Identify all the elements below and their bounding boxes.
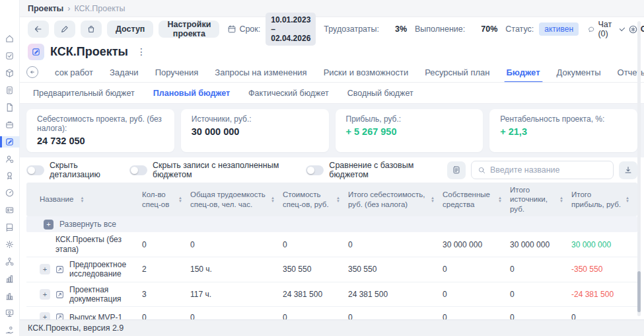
task-link-icon[interactable] — [55, 265, 65, 274]
arrow-left-icon — [28, 68, 36, 76]
sidebar-item-bar-chart[interactable] — [0, 273, 20, 284]
sidebar-item-briefcase[interactable] — [0, 119, 20, 130]
sort-icon[interactable]: ▲▼ — [336, 196, 340, 203]
toggle-switch[interactable] — [26, 165, 44, 175]
report-button[interactable] — [447, 161, 466, 179]
task-link-icon[interactable] — [55, 312, 65, 319]
export-button[interactable] — [619, 161, 637, 179]
sidebar-item-org-chart[interactable] — [0, 256, 20, 267]
subtab-4[interactable]: Сводный бюджет — [347, 89, 413, 98]
sort-icon[interactable]: ▲▼ — [80, 196, 84, 203]
expand-all-label[interactable]: Развернуть все — [59, 220, 116, 229]
sort-desc-icon: ▼ — [431, 200, 435, 203]
toggle-switch[interactable] — [129, 165, 147, 175]
back-arrow-icon — [34, 24, 43, 34]
sidebar-item-id-card[interactable] — [0, 204, 20, 216]
row-expand-button[interactable]: + — [40, 289, 50, 300]
tab-5[interactable]: Риски и возможности — [324, 62, 409, 83]
row-name[interactable]: Предпроектное исследование — [69, 260, 138, 279]
toggle-switch[interactable] — [306, 165, 324, 175]
row-name-cell: КСК.Проекты (без этапа) — [26, 232, 142, 257]
tab-3[interactable]: Поручения — [155, 62, 199, 83]
search-icon — [478, 166, 486, 175]
sidebar-item-projects[interactable] — [0, 136, 20, 147]
gpt-button[interactable]: GPT — [628, 24, 644, 34]
completion-label: Выполнение: — [415, 24, 465, 34]
task-link-icon[interactable] — [55, 290, 65, 300]
sort-icon[interactable]: ▲▼ — [559, 196, 563, 203]
book-icon — [5, 222, 15, 232]
status-badge: активен — [539, 22, 579, 36]
tab-7[interactable]: Бюджет — [507, 62, 540, 83]
row-expand-button[interactable]: + — [40, 312, 50, 319]
card-value: 30 000 000 — [192, 126, 318, 137]
row-name[interactable]: Выпуск MVP-1 — [69, 313, 122, 319]
sidebar-item-settings[interactable] — [0, 239, 20, 250]
term-label: Срок: — [227, 24, 260, 34]
search-input[interactable] — [490, 165, 607, 175]
sidebar-item-award[interactable] — [0, 171, 20, 182]
sidebar-item-service[interactable] — [0, 325, 20, 336]
toggle-3[interactable]: Сравнение с базовым бюджетом — [306, 161, 433, 179]
tab-6[interactable]: Ресурсный план — [425, 62, 489, 83]
sidebar-item-book[interactable] — [0, 222, 20, 233]
row-value-3: 350 550 — [283, 265, 348, 274]
back-button[interactable] — [28, 21, 49, 38]
sidebar-item-user-gear[interactable] — [0, 153, 20, 165]
sidebar-item-presentation[interactable] — [0, 308, 20, 319]
sort-icon[interactable]: ▲▼ — [498, 196, 502, 203]
column-label: Итого себестоимость, руб. (без налога) — [348, 190, 431, 209]
sidebar-item-file[interactable] — [0, 102, 20, 113]
sidebar-item-doc-list[interactable] — [0, 85, 20, 96]
row-value-2: 117 ч. — [190, 290, 283, 299]
sort-icon[interactable]: ▲▼ — [626, 196, 629, 203]
row-value-5: 0 — [443, 290, 510, 299]
archive-button[interactable] — [81, 21, 102, 38]
card-label: Рентабельность проекта, %: — [500, 114, 627, 124]
sidebar-item-gauge[interactable] — [0, 187, 20, 198]
row-name[interactable]: Проектная документация — [69, 285, 138, 304]
sort-icon[interactable]: ▲▼ — [178, 196, 182, 203]
package-icon — [5, 68, 15, 78]
scrollbar-thumb[interactable] — [637, 271, 641, 312]
toggle-2[interactable]: Скрыть записи с незаполненным бюджетом — [129, 161, 291, 179]
expand-all-button[interactable]: + — [44, 220, 54, 230]
sidebar-item-home[interactable] — [0, 33, 20, 44]
row-name-cell: +Предпроектное исследование — [26, 257, 142, 282]
tab-8[interactable]: Документы — [557, 62, 601, 83]
file-icon — [5, 103, 15, 112]
sort-icon[interactable]: ▲▼ — [271, 196, 275, 203]
row-value-7: 30 000 000 — [571, 240, 637, 249]
row-value-7: -24 381 500 — [571, 290, 637, 299]
subtab-3[interactable]: Фактический бюджет — [248, 89, 329, 98]
column-label: Название — [40, 194, 73, 204]
tabs-scroll-left-button[interactable] — [26, 66, 38, 78]
project-settings-button[interactable]: Настройки проекта — [159, 21, 219, 38]
award-icon — [5, 171, 15, 181]
subtab-1[interactable]: Предварительный бюджет — [33, 89, 135, 98]
row-value-1: 0 — [142, 313, 190, 319]
row-expand-button[interactable]: + — [40, 264, 50, 274]
subtab-2[interactable]: Плановый бюджет — [153, 89, 230, 98]
tab-4[interactable]: Запросы на изменения — [215, 62, 306, 83]
tab-2[interactable]: Задачи — [110, 62, 139, 83]
tab-1[interactable]: сок работ — [55, 62, 93, 83]
edit-button[interactable] — [54, 21, 75, 38]
summary-cards: Себестоимость проекта, руб. (без налога)… — [20, 104, 644, 157]
row-value-6: 0 — [510, 313, 571, 319]
sort-icon[interactable]: ▲▼ — [431, 196, 435, 203]
row-name[interactable]: КСК.Проекты (без этапа) — [55, 235, 138, 254]
toggle-1[interactable]: Скрыть детализацию — [26, 161, 115, 179]
sort-desc-icon: ▼ — [271, 200, 275, 203]
sheet-icon — [452, 165, 461, 175]
access-button[interactable]: Доступ — [107, 21, 153, 38]
card-label: Источники, руб.: — [192, 114, 318, 124]
bag-icon — [87, 24, 96, 34]
more-menu-button[interactable]: ⋮ — [134, 46, 149, 57]
chat-button[interactable]: Чат (0) — [588, 20, 623, 38]
breadcrumb-root-link[interactable]: Проекты — [28, 4, 63, 13]
sidebar — [0, 0, 20, 336]
sidebar-item-tasks[interactable] — [0, 50, 20, 62]
sidebar-item-package[interactable] — [0, 67, 20, 79]
sidebar-item-bar-chart-2[interactable] — [0, 290, 20, 302]
